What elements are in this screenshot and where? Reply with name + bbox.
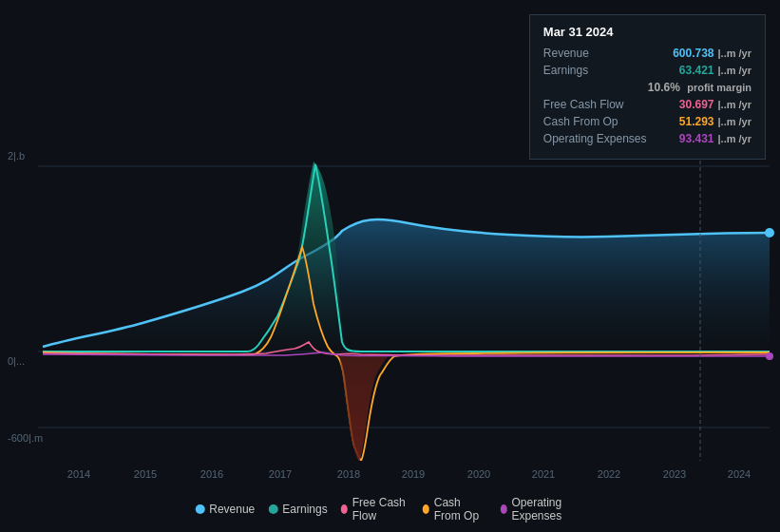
tooltip-label-fcf: Free Cash Flow [543,98,648,111]
legend-dot-revenue [195,504,204,514]
tooltip-value-cashop: 51.293|..m /yr [679,115,751,128]
legend-label-revenue: Revenue [209,503,255,516]
tooltip-label-revenue: Revenue [543,47,648,60]
xaxis-2022: 2022 [598,468,620,480]
tooltip-row-fcf: Free Cash Flow 30.697|..m /yr [543,98,751,111]
xaxis-2019: 2019 [402,468,425,480]
legend-label-cashop: Cash From Op [434,496,487,522]
legend-item-cashop: Cash From Op [423,496,487,522]
chart-container: Mar 31 2024 Revenue 600.738|..m /yr Earn… [0,0,780,532]
legend-dot-opex [500,504,506,514]
legend-dot-earnings [268,504,277,514]
xaxis-2016: 2016 [200,468,223,480]
xaxis-2023: 2023 [663,468,686,480]
legend-item-opex: Operating Expenses [500,496,584,522]
tooltip-label-cashop: Cash From Op [543,115,648,128]
legend-dot-cashop [423,504,429,514]
tooltip-value-earnings: 63.421|..m /yr [679,64,751,77]
tooltip-box: Mar 31 2024 Revenue 600.738|..m /yr Earn… [529,14,766,160]
xaxis-2014: 2014 [67,468,90,480]
revenue-area [43,219,770,352]
tooltip-label-opex: Operating Expenses [543,132,648,145]
tooltip-value-revenue: 600.738|..m /yr [673,47,751,60]
tooltip-value-opex: 93.431|..m /yr [679,132,751,145]
xaxis-2024: 2024 [728,468,751,480]
xaxis-2020: 2020 [467,468,490,480]
tooltip-value-fcf: 30.697|..m /yr [679,98,751,111]
opex-endpoint [766,352,773,360]
revenue-endpoint [765,228,774,238]
legend-dot-fcf [341,504,348,514]
legend: Revenue Earnings Free Cash Flow Cash Fro… [195,496,585,522]
tooltip-value-margin: 10.6% profit margin [648,81,751,94]
legend-item-revenue: Revenue [195,503,255,516]
xaxis-2021: 2021 [532,468,555,480]
xaxis-2017: 2017 [269,468,292,480]
legend-item-earnings: Earnings [268,503,327,516]
xaxis-2015: 2015 [134,468,157,480]
tooltip-row-opex: Operating Expenses 93.431|..m /yr [543,132,751,145]
tooltip-row-cashop: Cash From Op 51.293|..m /yr [543,115,751,128]
tooltip-label-earnings: Earnings [543,64,648,77]
xaxis-2018: 2018 [337,468,360,480]
tooltip-row-margin: 10.6% profit margin [543,81,751,94]
tooltip-row-earnings: Earnings 63.421|..m /yr [543,64,751,77]
chart-svg [0,147,780,461]
legend-label-earnings: Earnings [282,503,327,516]
legend-item-fcf: Free Cash Flow [341,496,409,522]
tooltip-row-revenue: Revenue 600.738|..m /yr [543,47,751,60]
tooltip-date: Mar 31 2024 [543,25,751,39]
legend-label-opex: Operating Expenses [511,496,584,522]
legend-label-fcf: Free Cash Flow [352,496,409,522]
